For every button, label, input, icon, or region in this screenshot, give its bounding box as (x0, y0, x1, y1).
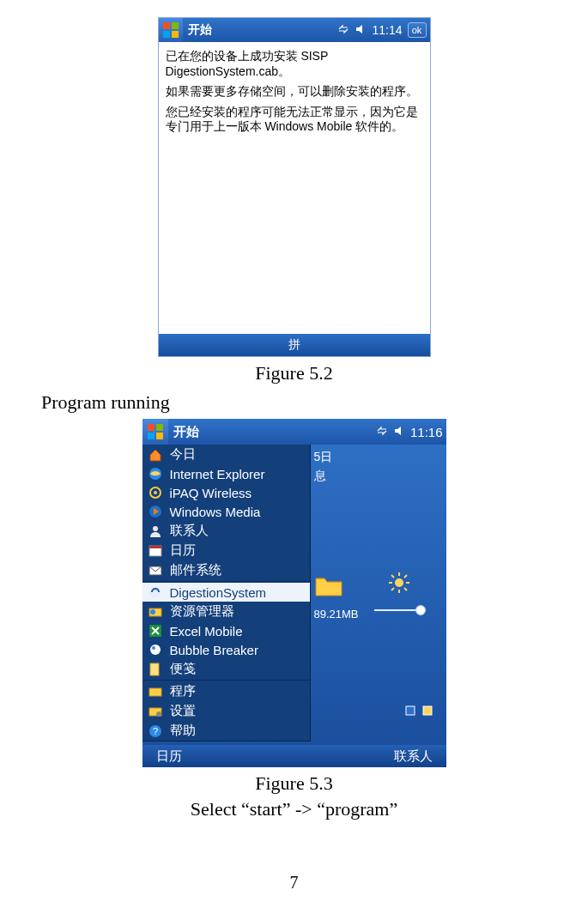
connectivity-icon (376, 425, 388, 439)
svg-rect-0 (163, 22, 170, 29)
figure-5-3-caption: Figure 5.3 (41, 772, 547, 795)
start-menu-item-wmp[interactable]: Windows Media (142, 502, 310, 521)
section-heading: Program running (41, 391, 547, 414)
svg-point-29 (150, 609, 155, 614)
left-softkey[interactable]: 日历 (156, 748, 182, 765)
network-icon (421, 704, 434, 717)
windows-logo-icon (159, 18, 183, 42)
home-icon (148, 447, 163, 463)
figure-5-2-device: 开始 11:14 ok 已在您的设备上成功安装 SISP DigestionSy… (158, 17, 431, 357)
menu-item-label: 日历 (170, 542, 196, 559)
start-menu-item-contacts[interactable]: 联系人 (142, 521, 310, 541)
svg-rect-33 (150, 663, 159, 675)
svg-line-15 (391, 588, 394, 590)
clock-time: 11:16 (410, 425, 443, 439)
wm-title: 开始 (168, 424, 376, 440)
settings-icon (148, 704, 163, 719)
ime-indicator[interactable]: 拼 (159, 334, 430, 356)
clock-time: 11:14 (372, 23, 402, 37)
windows-logo-icon[interactable] (142, 419, 168, 445)
svg-point-21 (154, 491, 157, 494)
bluetooth-icon (403, 704, 417, 717)
ok-button[interactable]: ok (408, 22, 427, 38)
svg-rect-1 (172, 22, 179, 29)
start-menu-item-excel[interactable]: Excel Mobile (142, 621, 310, 640)
svg-point-31 (150, 645, 161, 655)
menu-item-label: 今日 (170, 446, 196, 463)
svg-rect-4 (148, 424, 155, 431)
menu-item-label: Excel Mobile (170, 624, 243, 639)
figure-5-3-subcaption: Select “start” -> “program” (41, 798, 547, 820)
svg-rect-17 (406, 706, 415, 715)
today-plugin-text: 5日 息 (314, 450, 333, 487)
wm-title: 开始 (183, 22, 338, 38)
svg-rect-3 (172, 31, 179, 38)
menu-item-label: Bubble Breaker (170, 643, 258, 657)
start-menu-item-mail[interactable]: 邮件系统 (142, 560, 310, 580)
figure-5-2-caption: Figure 5.2 (41, 362, 547, 384)
speaker-icon (393, 425, 405, 439)
help-icon: ? (148, 723, 163, 739)
today-screen: 5日 息 89.21MB (142, 445, 446, 745)
start-menu: 今日 Internet Explorer iPAQ Wireless Windo… (142, 445, 311, 742)
calendar-icon (148, 543, 163, 559)
svg-point-23 (153, 526, 158, 531)
game-icon (148, 642, 163, 657)
storage-free-text: 89.21MB (314, 608, 359, 620)
svg-point-8 (395, 578, 403, 587)
page-number: 7 (0, 873, 588, 893)
start-menu-item-today[interactable]: 今日 (142, 445, 310, 464)
brightness-icon[interactable] (388, 572, 410, 597)
install-msg-line3: 您已经安装的程序可能无法正常显示，因为它是专门用于上一版本 Windows Mo… (166, 105, 423, 135)
menu-item-label: Windows Media (170, 505, 261, 519)
start-menu-item-notes[interactable]: 便笺 (142, 659, 310, 679)
start-menu-item-ie[interactable]: Internet Explorer (142, 464, 310, 483)
tray-icons (403, 704, 434, 717)
brightness-slider[interactable] (374, 609, 426, 611)
svg-point-36 (156, 711, 161, 717)
svg-rect-7 (156, 433, 163, 439)
start-menu-item-calendar[interactable]: 日历 (142, 541, 310, 560)
menu-item-label: 邮件系统 (170, 562, 221, 578)
svg-point-32 (152, 646, 155, 650)
wmp-icon (148, 504, 163, 519)
app-icon (148, 584, 163, 600)
start-menu-item-ipaq[interactable]: iPAQ Wireless (142, 483, 310, 502)
connectivity-icon (337, 23, 349, 38)
start-menu-item-programs[interactable]: 程序 (142, 681, 310, 701)
menu-item-label: 设置 (170, 703, 196, 719)
svg-line-14 (404, 588, 407, 590)
svg-text:?: ? (152, 726, 157, 736)
menu-item-label: 资源管理器 (170, 603, 234, 620)
softkey-bar: 日历 联系人 (142, 745, 446, 767)
wm-topbar: 开始 11:16 (142, 419, 446, 445)
install-message-body: 已在您的设备上成功安装 SISP DigestionSystem.cab。 如果… (159, 42, 430, 334)
start-menu-item-settings[interactable]: 设置 (142, 701, 310, 721)
wireless-icon (148, 485, 163, 500)
start-menu-item-bubble[interactable]: Bubble Breaker (142, 640, 310, 659)
start-menu-item-resmgr[interactable]: 资源管理器 (142, 602, 310, 621)
menu-item-label: 联系人 (170, 523, 209, 539)
speaker-icon (355, 23, 367, 38)
figure-5-3-device: 开始 11:16 5日 息 89.21MB (142, 419, 446, 767)
svg-rect-18 (423, 706, 432, 715)
right-softkey[interactable]: 联系人 (394, 748, 433, 765)
start-menu-item-digestion[interactable]: DigestionSystem (142, 583, 310, 602)
menu-item-label: DigestionSystem (170, 585, 267, 600)
menu-item-label: 帮助 (170, 723, 196, 739)
svg-rect-34 (149, 688, 161, 696)
svg-rect-25 (149, 546, 161, 548)
menu-item-label: Internet Explorer (170, 467, 265, 481)
svg-rect-5 (156, 424, 163, 431)
svg-rect-6 (148, 433, 155, 439)
wm-topbar: 开始 11:14 ok (159, 18, 430, 42)
svg-rect-2 (163, 31, 170, 38)
menu-item-label: iPAQ Wireless (170, 486, 252, 500)
folder-icon[interactable] (314, 573, 343, 601)
excel-icon (148, 623, 163, 639)
notes-icon (148, 662, 163, 677)
install-msg-line2: 如果需要更多存储空间，可以删除安装的程序。 (166, 84, 423, 100)
file-explorer-icon (148, 604, 163, 620)
start-menu-item-help[interactable]: ? 帮助 (142, 721, 310, 741)
mail-icon (148, 563, 163, 578)
